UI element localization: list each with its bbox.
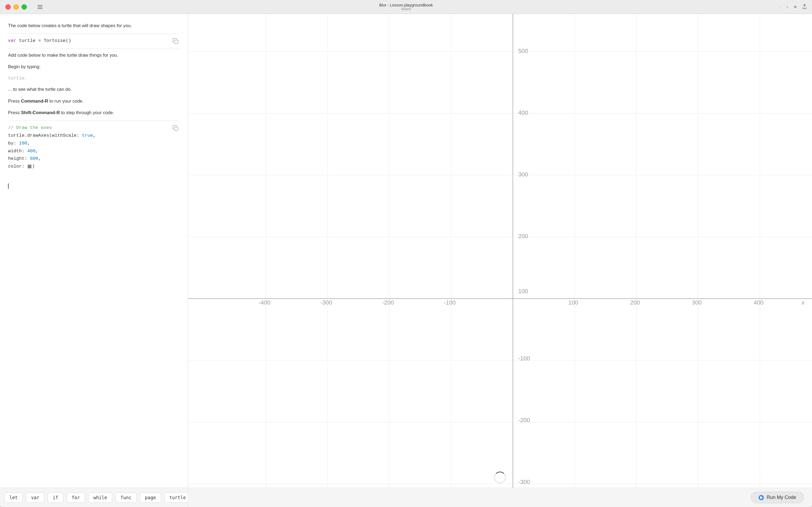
svg-text:-300: -300 (321, 299, 332, 306)
code-comma3: , (36, 149, 38, 154)
window-subtitle: Sketch (401, 7, 411, 11)
loading-spinner (494, 471, 506, 484)
svg-text:300: 300 (518, 171, 528, 178)
svg-text:200: 200 (518, 233, 528, 239)
divider-2 (8, 48, 180, 48)
code-draw-axes-line4: height: 600, (8, 155, 180, 163)
copy-button-2[interactable] (172, 124, 180, 133)
play-triangle (760, 496, 763, 499)
minimize-button[interactable] (13, 4, 19, 10)
code-area[interactable]: The code below creates a turtle that wil… (0, 14, 188, 488)
left-panel: The code below creates a turtle that wil… (0, 14, 188, 507)
svg-text:-400: -400 (258, 299, 271, 306)
code-by-pre: by: (8, 141, 19, 146)
svg-rect-2 (38, 8, 43, 9)
svg-text:x: x (801, 299, 805, 306)
svg-text:300: 300 (692, 299, 702, 306)
keyword-for[interactable]: for (67, 493, 85, 503)
forward-button[interactable]: › (787, 4, 788, 10)
canvas-area: -400 -300 -200 -100 100 200 300 400 x 50… (188, 14, 812, 488)
svg-text:400: 400 (754, 299, 764, 306)
code-turtle-draw: turtle.drawAxes(withScale: (8, 133, 82, 138)
svg-text:-200: -200 (518, 417, 530, 424)
keyword-while[interactable]: while (89, 493, 112, 503)
code-height-pre: height: (8, 156, 30, 161)
svg-text:-100: -100 (518, 355, 530, 362)
code-num-600: 600 (30, 156, 39, 161)
comment-draw-axes: // Draw the axes (8, 125, 52, 130)
instruction-4: ... to see what the turtle can do. (8, 86, 180, 93)
code-line-var: var turtle = Tortoise() (8, 37, 180, 45)
copy-button-1[interactable] (172, 37, 180, 47)
maximize-button[interactable] (21, 4, 27, 10)
run-button-label: Run My Code (767, 495, 796, 500)
keyword-func[interactable]: func (115, 493, 137, 503)
svg-rect-0 (38, 5, 43, 6)
window-title: Blur - Lesson.playgroundbook (379, 3, 432, 7)
sidebar-toggle-button[interactable] (38, 5, 43, 9)
divider-1 (8, 34, 180, 34)
spinner-animation (494, 471, 506, 484)
code-num-400: 400 (27, 149, 36, 154)
code-draw-axes-line5: color: ) (8, 163, 180, 171)
titlebar-right: ‹ › + (779, 3, 807, 10)
run-my-code-button[interactable]: Run My Code (751, 492, 804, 503)
code-block-1: var turtle = Tortoise() (8, 37, 180, 45)
code-draw-axes-line3: width: 400, (8, 148, 180, 155)
keyword-turtle[interactable]: turtle (164, 493, 188, 503)
code-num-100: 100 (19, 141, 27, 146)
code-width-pre: width: (8, 149, 27, 154)
instruction-5: Press Command-R to run your code. (8, 98, 180, 105)
titlebar: Blur - Lesson.playgroundbook Sketch ‹ › … (0, 0, 812, 14)
close-button[interactable] (5, 4, 11, 10)
code-comment: // Draw the axes (8, 124, 180, 132)
code-comma1: , (93, 133, 96, 138)
code-turtle-assign: turtle = Tortoise() (16, 38, 71, 43)
svg-text:-200: -200 (382, 299, 394, 306)
shift-cmd-r-bold: Shift-Command-R (21, 110, 60, 115)
run-icon (759, 495, 764, 500)
instruction-3: Begin by typing: (8, 63, 180, 70)
svg-text:-100: -100 (444, 299, 456, 306)
instruction-6: Press Shift-Command-R to step through yo… (8, 109, 180, 116)
code-draw-axes-line1: turtle.drawAxes(withScale: true, (8, 132, 180, 139)
code-true: true (82, 133, 93, 138)
grid-svg: -400 -300 -200 -100 100 200 300 400 x 50… (188, 14, 812, 488)
cursor-line (8, 183, 180, 189)
svg-text:500: 500 (518, 48, 528, 54)
main-content: The code below creates a turtle that wil… (0, 14, 812, 507)
window: Blur - Lesson.playgroundbook Sketch ‹ › … (0, 0, 812, 507)
cmd-r-bold: Command-R (21, 99, 48, 104)
svg-text:100: 100 (518, 288, 528, 295)
instruction-2: Add code below to make the turtle draw t… (8, 52, 180, 59)
right-panel: -400 -300 -200 -100 100 200 300 400 x 50… (188, 14, 812, 507)
svg-rect-1 (38, 7, 43, 7)
keyword-var: var (8, 38, 16, 43)
text-cursor (8, 183, 9, 189)
code-block-2: // Draw the axes turtle.drawAxes(withSca… (8, 124, 180, 171)
add-button[interactable]: + (794, 3, 797, 10)
keyword-let[interactable]: let (4, 493, 23, 503)
svg-rect-13 (188, 14, 812, 488)
svg-text:-300: -300 (518, 478, 530, 485)
code-draw-axes-line2: by: 100, (8, 139, 180, 148)
titlebar-center: Blur - Lesson.playgroundbook Sketch (379, 3, 432, 11)
code-close-paren: ) (32, 164, 35, 169)
instruction-1: The code below creates a turtle that wil… (8, 22, 180, 29)
keyword-var[interactable]: var (26, 493, 45, 503)
share-button[interactable] (802, 4, 807, 10)
empty-line-1 (8, 176, 180, 183)
code-comma2: , (27, 141, 30, 146)
svg-rect-3 (175, 40, 178, 44)
svg-rect-4 (175, 127, 178, 130)
code-color-pre: color: (8, 164, 27, 169)
keyword-if[interactable]: if (48, 493, 63, 503)
svg-text:200: 200 (630, 299, 640, 306)
svg-text:400: 400 (518, 109, 528, 116)
back-button[interactable]: ‹ (779, 4, 781, 10)
keyword-page[interactable]: page (140, 493, 161, 503)
traffic-lights (5, 4, 27, 10)
run-bar: Run My Code (188, 488, 812, 507)
code-comma4: , (38, 156, 41, 161)
color-swatch-gray[interactable] (27, 165, 32, 168)
